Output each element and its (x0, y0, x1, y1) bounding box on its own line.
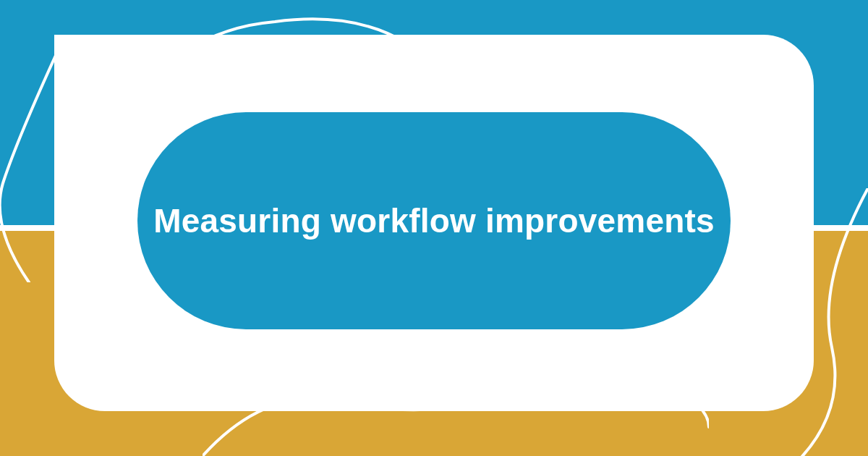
title-pill: Measuring workflow improvements (137, 112, 731, 329)
main-title: Measuring workflow improvements (153, 201, 715, 240)
